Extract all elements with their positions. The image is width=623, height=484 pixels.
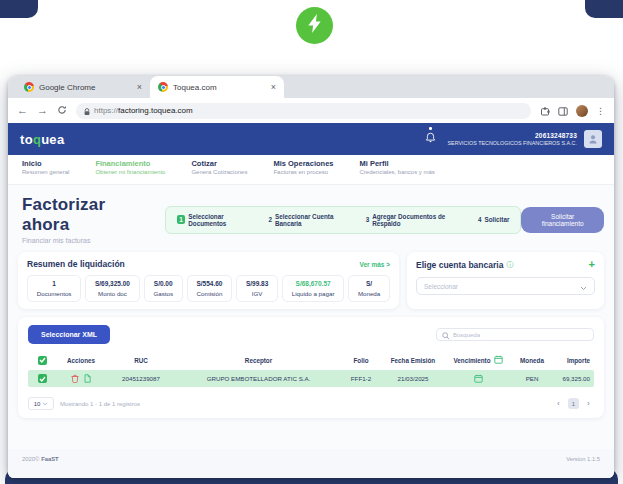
solicitar-financiamiento-button[interactable]: Solicitar financiamiento (521, 207, 604, 233)
forward-icon[interactable]: → (37, 105, 48, 116)
close-icon[interactable]: × (271, 82, 276, 92)
side-panel-icon[interactable] (558, 102, 568, 120)
chrome-icon (158, 82, 168, 92)
nav-item-financiamiento[interactable]: Financiamiento Obtener mi financiamiento (95, 159, 165, 184)
prev-page-icon[interactable]: ‹ (553, 398, 564, 409)
tab-google-chrome[interactable]: Google Chrome × (16, 76, 150, 98)
app-header: toquea 20613248733 SERVICIOS TECNOLOGICO… (8, 123, 614, 155)
user-avatar[interactable] (584, 130, 602, 148)
stat-gastos: S/0.00Gastos (144, 275, 183, 302)
pagination: 10 Mostrando 1 - 1 de 1 registros ‹ 1 › (28, 397, 594, 410)
table-header: Acciones RUC Receptor Folio Fecha Emisió… (28, 353, 594, 367)
lightning-badge (296, 7, 333, 44)
col-folio: Folio (341, 357, 381, 364)
ver-mas-link[interactable]: Ver más > (359, 261, 390, 268)
chrome-icon (24, 82, 34, 92)
step-2[interactable]: 2 Seleccionar Cuenta Bancaria (269, 213, 355, 227)
row-vencimiento[interactable] (445, 374, 511, 384)
decor-corner-top-left (0, 0, 38, 18)
calendar-icon[interactable] (474, 374, 483, 384)
account-ruc: 20613248733 (447, 132, 577, 139)
search-icon (442, 326, 450, 344)
app-footer: 2020©FaaST Version 1.1.5 (8, 449, 614, 478)
row-fecha-emision: 21/03/2025 (381, 375, 445, 382)
browser-window: Google Chrome × Toquea.com × ← → https:/… (8, 76, 614, 478)
notifications-bell-icon[interactable] (425, 130, 436, 148)
search-input[interactable] (453, 332, 588, 338)
browser-toolbar: ← → https://factoring.toquea.com ⋮ (8, 98, 614, 123)
stat-moneda: S/Moneda (348, 275, 390, 302)
copyright: 2020©FaaST (22, 456, 59, 462)
row-checkbox[interactable] (38, 374, 47, 383)
tab-label: Google Chrome (39, 83, 95, 92)
col-moneda: Moneda (511, 357, 553, 364)
page-content: Factorizar ahora Financiar mis facturas … (8, 185, 614, 478)
page-title: Factorizar ahora (22, 195, 149, 235)
col-receptor: Receptor (176, 357, 341, 364)
back-icon[interactable]: ← (17, 105, 28, 116)
stat-comision: S/554.60Comisión (187, 275, 232, 302)
summary-card: Resumen de liquidación Ver más > 1Docume… (18, 252, 399, 309)
stat-monto-doc: S/69,325.00Monto doc (85, 275, 140, 302)
row-folio: FFF1-2 (341, 375, 381, 382)
decor-corner-top-right (585, 0, 623, 18)
col-acciones: Acciones (56, 357, 106, 364)
current-page[interactable]: 1 (568, 398, 579, 409)
select-all-checkbox[interactable] (38, 356, 47, 365)
documents-table-card: Seleccionar XML Acciones RUC Receptor Fo… (18, 317, 604, 418)
row-importe: 69,325.00 (553, 375, 594, 382)
toquea-logo[interactable]: toquea (20, 132, 64, 147)
close-icon[interactable]: × (137, 82, 142, 92)
nav-item-inicio[interactable]: Inicio Resumen general (22, 159, 69, 184)
profile-avatar[interactable] (576, 105, 588, 117)
stat-liquido-a-pagar: S/68,670.57Liquido a pagar (282, 275, 344, 302)
info-icon: ⓘ (506, 260, 513, 270)
tab-toquea[interactable]: Toquea.com × (150, 76, 284, 98)
tab-strip: Google Chrome × Toquea.com × (8, 76, 614, 98)
reload-icon[interactable] (57, 105, 67, 117)
notification-dot (429, 127, 432, 130)
stat-documentos: 1Documentos (27, 275, 81, 302)
main-nav: Inicio Resumen general Financiamiento Ob… (8, 155, 614, 185)
browser-menu-icon[interactable]: ⋮ (596, 106, 605, 116)
step-4[interactable]: 4 Solicitar (478, 216, 509, 223)
bank-card-title: Elige cuenta bancaria (416, 260, 503, 270)
stepper: 1 Seleccionar Documentos 2 Seleccionar C… (165, 206, 521, 234)
showing-label: Mostrando 1 - 1 de 1 registros (60, 401, 140, 407)
nav-item-mis-operaciones[interactable]: Mis Operaciones Facturas en proceso (273, 159, 333, 184)
col-importe: Importe (553, 357, 594, 364)
seleccionar-xml-button[interactable]: Seleccionar XML (28, 325, 110, 344)
summary-title: Resumen de liquidación (27, 259, 125, 269)
bank-account-card: Elige cuenta bancaria ⓘ + Seleccionar (407, 252, 604, 309)
document-icon[interactable] (84, 374, 91, 384)
page-size-select[interactable]: 10 (28, 397, 54, 410)
url-text: https://factoring.toquea.com (94, 106, 193, 115)
table-search[interactable] (436, 328, 594, 341)
extensions-icon[interactable] (540, 102, 550, 120)
col-fecha-emision: Fecha Emisión (381, 357, 445, 364)
step-1[interactable]: 1 Seleccionar Documentos (177, 213, 258, 227)
version-label: Version 1.1.5 (566, 456, 600, 462)
table-row[interactable]: 20451239087 GRUPO EMBOTELLADOR ATIC S.A.… (28, 370, 594, 387)
account-info[interactable]: 20613248733 SERVICIOS TECNOLOGICOS FINAN… (447, 132, 577, 146)
step-3[interactable]: 3 Agregar Documentos de Respaldo (366, 213, 467, 227)
row-ruc: 20451239087 (106, 375, 176, 382)
chevron-down-icon (580, 277, 587, 295)
address-bar[interactable]: https://factoring.toquea.com (76, 103, 531, 119)
lock-icon (84, 102, 90, 120)
page-subtitle: Financiar mis facturas (22, 237, 149, 244)
delete-icon[interactable] (71, 374, 79, 384)
nav-item-cotizar[interactable]: Cotizar Genera Cotizaciones (191, 159, 247, 184)
bank-account-select[interactable]: Seleccionar (416, 277, 595, 295)
nav-item-mi-perfil[interactable]: Mi Perfil Credenciales, bancos y más (359, 159, 434, 184)
account-company: SERVICIOS TECNOLOGICOS FINANCIEROS S.A.C… (447, 140, 577, 146)
add-bank-account-icon[interactable]: + (589, 259, 595, 270)
page-heading: Factorizar ahora Financiar mis facturas (22, 195, 149, 244)
row-moneda: PEN (511, 375, 553, 382)
col-vencimiento: Vencimiento (445, 355, 511, 365)
col-ruc: RUC (106, 357, 176, 364)
stat-igv: S/99.83IGV (236, 275, 278, 302)
lightning-icon (307, 14, 322, 37)
next-page-icon[interactable]: › (583, 398, 594, 409)
tab-label: Toquea.com (173, 83, 217, 92)
